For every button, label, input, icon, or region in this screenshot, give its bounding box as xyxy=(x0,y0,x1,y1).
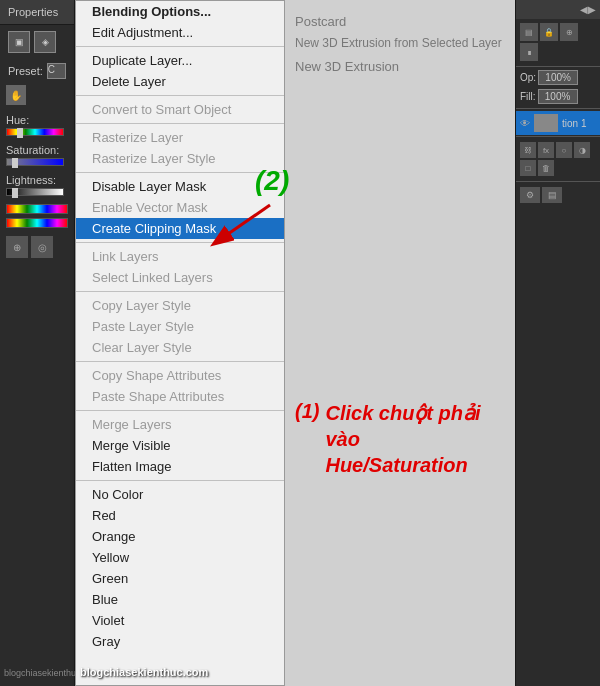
menu-violet[interactable]: Violet xyxy=(76,610,284,631)
menu-paste-style[interactable]: Paste Layer Style xyxy=(76,316,284,337)
adjustment-icon-2[interactable]: ▤ xyxy=(542,187,562,203)
opacity-input[interactable]: 100% xyxy=(538,70,578,85)
divider-1 xyxy=(516,66,600,67)
divider-2 xyxy=(516,108,600,109)
menu-disable-mask[interactable]: Disable Layer Mask xyxy=(76,176,284,197)
opacity-label: Op: xyxy=(520,72,536,83)
hue-row: Hue: xyxy=(0,110,74,140)
menu-duplicate-layer[interactable]: Duplicate Layer... xyxy=(76,50,284,71)
saturation-row: Saturation: xyxy=(0,140,74,170)
saturation-slider[interactable] xyxy=(6,158,64,166)
menu-rasterize-style[interactable]: Rasterize Layer Style xyxy=(76,148,284,169)
annotation-1-line2: vào Hue/Saturation xyxy=(325,426,505,478)
annotation-1-line1: Click chuột phải xyxy=(325,400,505,426)
eyedropper-icon[interactable]: ⊕ xyxy=(6,236,28,258)
menu-copy-style[interactable]: Copy Layer Style xyxy=(76,295,284,316)
menu-convert-smart[interactable]: Convert to Smart Object xyxy=(76,99,284,120)
panel-icons-row: ▣ ◈ xyxy=(0,25,74,59)
layer-name-active: tion 1 xyxy=(562,118,586,129)
hand-tool-icon[interactable]: ✋ xyxy=(6,85,26,105)
eye-icon-active[interactable]: 👁 xyxy=(520,118,530,129)
opacity-row: Op: 100% xyxy=(516,68,600,87)
annotation-1-box: (1) Click chuột phải vào Hue/Saturation xyxy=(285,390,515,488)
main-item-3d-extrusion: New 3D Extrusion xyxy=(295,55,505,78)
menu-flatten[interactable]: Flatten Image xyxy=(76,456,284,477)
menu-merge-visible[interactable]: Merge Visible xyxy=(76,435,284,456)
tool-icons: ⊕ ◎ xyxy=(0,232,74,262)
normal-mode-icon[interactable]: ▤ xyxy=(520,23,538,41)
panel-icon-1[interactable]: ▣ xyxy=(8,31,30,53)
menu-blending-options[interactable]: Blending Options... xyxy=(76,1,284,22)
menu-sep-6 xyxy=(76,291,284,292)
main-item-postcard: Postcard xyxy=(295,10,505,33)
color-strip-top xyxy=(6,204,68,214)
menu-sep-2 xyxy=(76,95,284,96)
lock-icon[interactable]: 🔒 xyxy=(540,23,558,41)
panel-icon-2[interactable]: ◈ xyxy=(34,31,56,53)
menu-blue[interactable]: Blue xyxy=(76,589,284,610)
bottom-icons: ⛓ fx ○ ◑ □ 🗑 xyxy=(516,138,600,180)
lock-position-icon[interactable]: ⊕ xyxy=(560,23,578,41)
layer-row-active[interactable]: 👁 tion 1 xyxy=(516,111,600,135)
preset-label: Preset: xyxy=(8,65,43,77)
preset-row: Preset: C xyxy=(0,59,74,83)
group-icon[interactable]: □ xyxy=(520,160,536,176)
divider-3 xyxy=(516,136,600,137)
menu-merge-layers[interactable]: Merge Layers xyxy=(76,414,284,435)
right-panel: ◀▶ ▤ 🔒 ⊕ ∎ Op: 100% Fill: 100% 👁 tion 1 … xyxy=(515,0,600,686)
menu-edit-adjustment[interactable]: Edit Adjustment... xyxy=(76,22,284,43)
gear-icon[interactable]: ⚙ xyxy=(520,187,540,203)
menu-sep-1 xyxy=(76,46,284,47)
lightness-slider[interactable] xyxy=(6,188,64,196)
lock-all-icon[interactable]: ∎ xyxy=(520,43,538,61)
menu-red[interactable]: Red xyxy=(76,505,284,526)
fill-label: Fill: xyxy=(520,91,536,102)
mask-icon[interactable]: ○ xyxy=(556,142,572,158)
target-icon[interactable]: ◎ xyxy=(31,236,53,258)
trash-icon[interactable]: 🗑 xyxy=(538,160,554,176)
preset-input[interactable]: C xyxy=(47,63,66,79)
annotation-1-number: (1) xyxy=(295,400,319,423)
saturation-label: Saturation: xyxy=(6,144,68,156)
menu-rasterize-layer[interactable]: Rasterize Layer xyxy=(76,127,284,148)
fill-row: Fill: 100% xyxy=(516,87,600,106)
menu-sep-7 xyxy=(76,361,284,362)
lightness-row: Lightness: xyxy=(0,170,74,200)
menu-copy-shape[interactable]: Copy Shape Attributes xyxy=(76,365,284,386)
hue-slider[interactable] xyxy=(6,128,64,136)
menu-yellow[interactable]: Yellow xyxy=(76,547,284,568)
menu-clear-style[interactable]: Clear Layer Style xyxy=(76,337,284,358)
main-item-3d-extrusion-layer: New 3D Extrusion from Selected Layer xyxy=(295,33,505,55)
menu-sep-9 xyxy=(76,480,284,481)
lightness-label: Lightness: xyxy=(6,174,68,186)
menu-enable-vector[interactable]: Enable Vector Mask xyxy=(76,197,284,218)
menu-sep-8 xyxy=(76,410,284,411)
menu-create-clipping[interactable]: Create Clipping Mask xyxy=(76,218,284,239)
adjustment-controls: ⚙ ▤ xyxy=(516,183,600,207)
annotation-2: (2) xyxy=(255,165,289,197)
link-icon[interactable]: ⛓ xyxy=(520,142,536,158)
menu-no-color[interactable]: No Color xyxy=(76,484,284,505)
watermark-bottom: blogchiasekienthuc.com xyxy=(80,666,208,678)
divider-4 xyxy=(516,181,600,182)
main-content: Postcard New 3D Extrusion from Selected … xyxy=(285,0,515,88)
left-panel: Properties ▣ ◈ Preset: C ✋ Hue: Saturati… xyxy=(0,0,75,686)
menu-delete-layer[interactable]: Delete Layer xyxy=(76,71,284,92)
hue-label: Hue: xyxy=(6,114,68,126)
adjustment-icon[interactable]: ◑ xyxy=(574,142,590,158)
properties-title: Properties xyxy=(0,0,74,25)
panel-arrows: ◀▶ xyxy=(516,0,600,19)
menu-orange[interactable]: Orange xyxy=(76,526,284,547)
menu-link-layers[interactable]: Link Layers xyxy=(76,246,284,267)
style-icon[interactable]: fx xyxy=(538,142,554,158)
color-strip-bottom xyxy=(6,218,68,228)
layer-thumb-active xyxy=(534,114,558,132)
context-menu: Blending Options... Edit Adjustment... D… xyxy=(75,0,285,686)
main-area: Postcard New 3D Extrusion from Selected … xyxy=(285,0,515,686)
fill-input[interactable]: 100% xyxy=(538,89,578,104)
menu-gray[interactable]: Gray xyxy=(76,631,284,652)
menu-green[interactable]: Green xyxy=(76,568,284,589)
menu-paste-shape[interactable]: Paste Shape Attributes xyxy=(76,386,284,407)
layers-panel-icons: ▤ 🔒 ⊕ ∎ xyxy=(516,19,600,65)
menu-select-linked[interactable]: Select Linked Layers xyxy=(76,267,284,288)
